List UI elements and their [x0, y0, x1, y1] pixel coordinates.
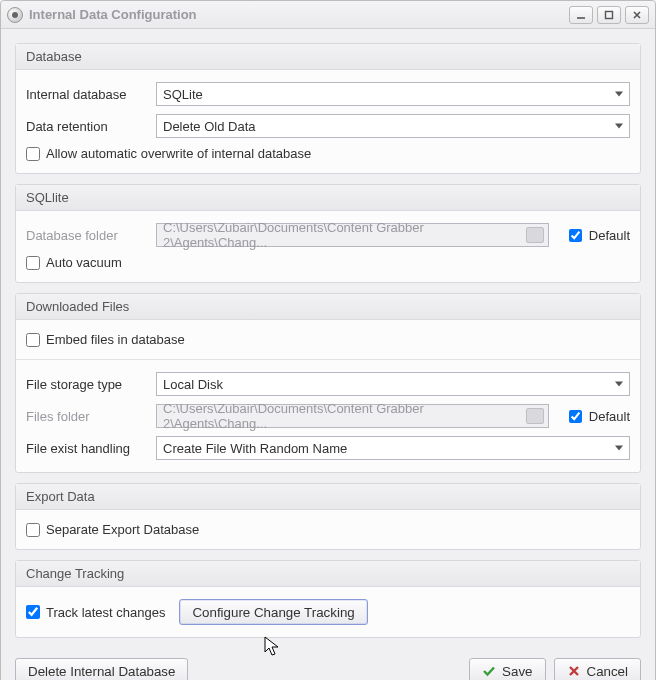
dialog-footer: Delete Internal Database Save Cancel: [1, 652, 655, 680]
close-button[interactable]: [625, 6, 649, 24]
data-retention-select[interactable]: Delete Old Data: [156, 114, 630, 138]
export-data-panel: Export Data Separate Export Database: [15, 483, 641, 550]
database-header: Database: [16, 44, 640, 70]
separate-export-input[interactable]: [26, 523, 40, 537]
check-icon: [482, 664, 496, 678]
database-folder-default-checkbox[interactable]: Default: [565, 226, 630, 245]
app-icon: [7, 7, 23, 23]
file-exist-handling-select[interactable]: Create File With Random Name: [156, 436, 630, 460]
save-label: Save: [502, 664, 532, 679]
files-folder-default-label: Default: [589, 409, 630, 424]
separate-export-label: Separate Export Database: [46, 522, 199, 537]
database-folder-label: Database folder: [26, 228, 148, 243]
embed-files-input[interactable]: [26, 333, 40, 347]
downloaded-files-header: Downloaded Files: [16, 294, 640, 320]
files-folder-default-checkbox[interactable]: Default: [565, 407, 630, 426]
track-latest-label: Track latest changes: [46, 605, 165, 620]
cancel-button[interactable]: Cancel: [554, 658, 642, 680]
internal-database-value: SQLite: [163, 87, 203, 102]
chevron-down-icon: [615, 92, 623, 97]
save-button[interactable]: Save: [469, 658, 545, 680]
chevron-down-icon: [615, 446, 623, 451]
allow-overwrite-label: Allow automatic overwrite of internal da…: [46, 146, 311, 161]
export-data-header: Export Data: [16, 484, 640, 510]
change-tracking-header: Change Tracking: [16, 561, 640, 587]
maximize-button[interactable]: [597, 6, 621, 24]
data-retention-value: Delete Old Data: [163, 119, 256, 134]
auto-vacuum-label: Auto vacuum: [46, 255, 122, 270]
auto-vacuum-input[interactable]: [26, 256, 40, 270]
file-exist-handling-value: Create File With Random Name: [163, 441, 347, 456]
files-folder-label: Files folder: [26, 409, 148, 424]
change-tracking-panel: Change Tracking Track latest changes Con…: [15, 560, 641, 638]
folder-icon: [526, 227, 544, 243]
sqlite-header: SQLlite: [16, 185, 640, 211]
database-folder-default-input[interactable]: [569, 229, 582, 242]
file-storage-type-value: Local Disk: [163, 377, 223, 392]
database-folder-default-label: Default: [589, 228, 630, 243]
track-latest-checkbox[interactable]: Track latest changes: [26, 605, 165, 620]
minimize-button[interactable]: [569, 6, 593, 24]
delete-internal-database-button[interactable]: Delete Internal Database: [15, 658, 188, 680]
delete-internal-database-label: Delete Internal Database: [28, 664, 175, 679]
configure-change-tracking-button[interactable]: Configure Change Tracking: [179, 599, 367, 625]
folder-icon: [526, 408, 544, 424]
auto-vacuum-checkbox[interactable]: Auto vacuum: [26, 255, 122, 270]
file-exist-handling-label: File exist handling: [26, 441, 148, 456]
internal-database-label: Internal database: [26, 87, 148, 102]
sqlite-panel: SQLlite Database folder C:\Users\Zubair\…: [15, 184, 641, 283]
svg-rect-1: [606, 11, 613, 18]
files-folder-default-input[interactable]: [569, 410, 582, 423]
allow-overwrite-input[interactable]: [26, 147, 40, 161]
internal-database-select[interactable]: SQLite: [156, 82, 630, 106]
x-icon: [567, 664, 581, 678]
dialog-content: Database Internal database SQLite Data r…: [1, 29, 655, 652]
database-folder-value: C:\Users\Zubair\Documents\Content Grabbe…: [163, 220, 520, 250]
file-storage-type-label: File storage type: [26, 377, 148, 392]
separate-export-checkbox[interactable]: Separate Export Database: [26, 522, 199, 537]
cancel-label: Cancel: [587, 664, 629, 679]
downloaded-files-panel: Downloaded Files Embed files in database…: [15, 293, 641, 473]
dialog-window: Internal Data Configuration Database Int…: [0, 0, 656, 680]
data-retention-label: Data retention: [26, 119, 148, 134]
database-panel: Database Internal database SQLite Data r…: [15, 43, 641, 174]
chevron-down-icon: [615, 124, 623, 129]
file-storage-type-select[interactable]: Local Disk: [156, 372, 630, 396]
database-folder-field: C:\Users\Zubair\Documents\Content Grabbe…: [156, 223, 549, 247]
allow-overwrite-checkbox[interactable]: Allow automatic overwrite of internal da…: [26, 146, 311, 161]
files-folder-field: C:\Users\Zubair\Documents\Content Grabbe…: [156, 404, 549, 428]
embed-files-label: Embed files in database: [46, 332, 185, 347]
window-title: Internal Data Configuration: [29, 7, 569, 22]
chevron-down-icon: [615, 382, 623, 387]
files-folder-value: C:\Users\Zubair\Documents\Content Grabbe…: [163, 401, 520, 431]
embed-files-checkbox[interactable]: Embed files in database: [26, 332, 185, 347]
titlebar: Internal Data Configuration: [1, 1, 655, 29]
configure-change-tracking-label: Configure Change Tracking: [192, 605, 354, 620]
track-latest-input[interactable]: [26, 605, 40, 619]
